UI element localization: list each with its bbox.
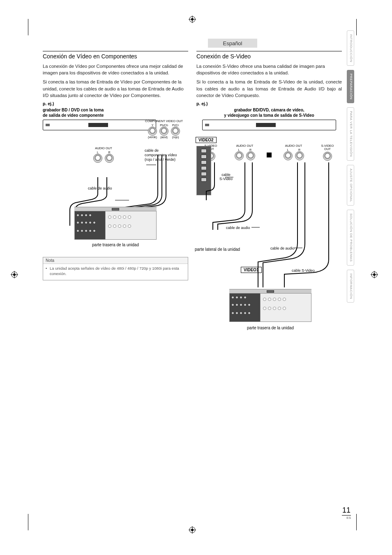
- page-number-value: 11: [342, 506, 351, 516]
- hdmi-slot-icon: [267, 290, 274, 293]
- device-label: grabador BD/DVD, cámara de vídeo, y vide…: [196, 108, 342, 118]
- language-tab: Español: [208, 39, 257, 48]
- section-svideo: Conexión de S-Video La conexión S-Video …: [196, 51, 342, 333]
- jack-label: Y: [148, 124, 157, 127]
- example-label: p. ej.): [196, 101, 342, 106]
- jack-label: Pb/Cb: [159, 124, 168, 127]
- registration-mark-icon: [189, 526, 196, 534]
- audio-out-label: AUDIO OUT: [90, 147, 117, 150]
- page-lang-code: ES: [342, 516, 351, 520]
- rca-jack-icon: [159, 127, 168, 136]
- paragraph: Si conecta a las tomas de Entrada de Víd…: [43, 79, 188, 99]
- rear-panel-icon: [229, 289, 311, 322]
- jack-label: (rojo): [171, 136, 180, 139]
- jack-label: Pr/Cr: [171, 124, 180, 127]
- jack-label: L: [93, 151, 102, 154]
- section-index-tabs: INTRODUCCIÓN PREPARACIÓN PARA VER LA TEL…: [347, 30, 354, 303]
- page-number: 11 ES: [342, 506, 351, 520]
- device-label: grabador BD / DVD con la toma de salida …: [43, 108, 188, 118]
- example-label: p. ej.): [43, 101, 188, 106]
- registration-mark-icon: [11, 271, 18, 278]
- tab-informacion[interactable]: INFORMACIÓN: [347, 270, 354, 303]
- note-body: La unidad acepta señales de vídeo de 480…: [43, 264, 188, 280]
- heading-svideo: Conexión de S-Video: [196, 51, 342, 60]
- crop-mark-icon: [356, 514, 357, 530]
- crop-mark-icon: [356, 19, 357, 35]
- rear-caption: parte trasera de la unidad: [43, 243, 188, 247]
- tab-ver-tv[interactable]: PARA VER LA TELEVISIÓN: [347, 107, 354, 160]
- diagram-svideo: VIDEO2 S-VIDEO OUT AUDIO OUT L R: [196, 120, 342, 333]
- rca-jack-icon: [105, 154, 114, 163]
- rca-jack-icon: [148, 127, 157, 136]
- registration-mark-icon: [371, 271, 378, 278]
- component-out-block: COMPONENT VIDEO OUT Y (verde) Pb/Cb (azu…: [142, 120, 186, 139]
- rca-jack-icon: [171, 127, 180, 136]
- bd-dvd-device-icon: [43, 120, 156, 130]
- jack-label: (verde): [148, 136, 157, 139]
- component-out-label: COMPONENT VIDEO OUT: [142, 120, 186, 123]
- cable-label: cable de componentes vídeo (rojo / azul …: [145, 148, 189, 162]
- jack-label: R: [105, 151, 114, 154]
- cable-label: cable de audio: [88, 186, 112, 190]
- tab-solucion-problemas[interactable]: SOLUCIÓN DE PROBLEMAS: [347, 210, 354, 266]
- crop-mark-icon: [28, 514, 28, 530]
- rear-caption: parte trasera de la unidad: [229, 326, 311, 330]
- heading-component: Conexión de Vídeo en Componentes: [43, 51, 188, 60]
- paragraph: La conexión de Vídeo por Componentes ofr…: [43, 63, 188, 76]
- rca-jack-icon: [93, 154, 102, 163]
- rear-panel-icon: [74, 207, 157, 240]
- tab-ajuste-opcional[interactable]: AJUSTE OPCIONAL: [347, 165, 354, 206]
- crop-mark-icon: [28, 19, 28, 35]
- registration-mark-icon: [189, 16, 196, 23]
- hdmi-slot-icon: [112, 208, 119, 210]
- paragraph: Si lo conecta a la toma de Entrada de S-…: [196, 79, 342, 99]
- tab-introduccion[interactable]: INTRODUCCIÓN: [347, 30, 354, 66]
- paragraph: La conexión S-Video ofrece una buena cal…: [196, 63, 342, 76]
- section-component-video: Conexión de Vídeo en Componentes La cone…: [43, 51, 188, 333]
- diagram-component: COMPONENT VIDEO OUT Y (verde) Pb/Cb (azu…: [43, 120, 188, 247]
- audio-out-block: AUDIO OUT L R: [90, 147, 117, 164]
- jack-label: (azul): [159, 136, 168, 139]
- tab-preparacion[interactable]: PREPARACIÓN: [347, 70, 354, 103]
- note-box: Nota La unidad acepta señales de vídeo d…: [43, 257, 188, 280]
